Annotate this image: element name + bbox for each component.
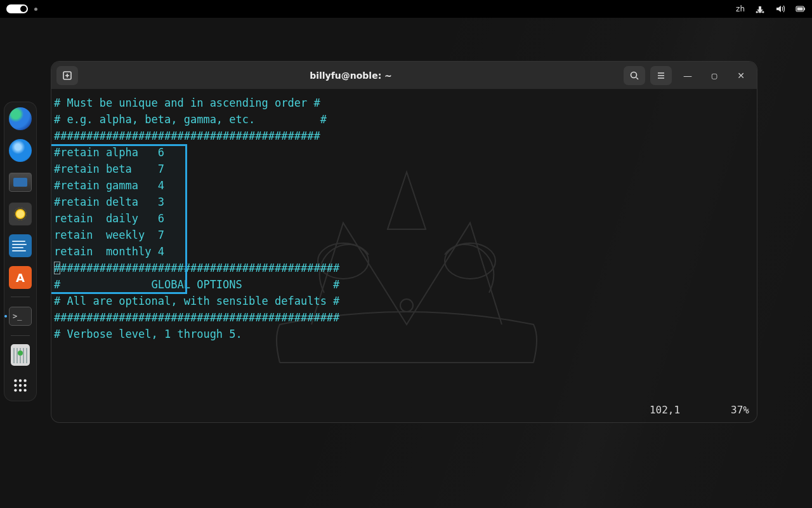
- terminal-line: retain weekly 7: [54, 227, 754, 243]
- dock-separator: [11, 297, 30, 297]
- svg-point-13: [19, 389, 22, 391]
- hamburger-menu-button[interactable]: [650, 66, 672, 85]
- activities-pill[interactable]: [6, 4, 28, 13]
- terminal-line: # Must be unique and in ascending order …: [54, 95, 754, 111]
- new-tab-button[interactable]: [56, 66, 78, 85]
- dock-app-rhythmbox[interactable]: [8, 201, 33, 227]
- terminal-window: billyfu@noble: ~ — ▢ ✕ # Must be unique …: [51, 61, 757, 423]
- terminal-line: ########################################…: [54, 309, 754, 326]
- terminal-line: # GLOBAL OPTIONS #: [54, 276, 754, 293]
- dock-app-edge[interactable]: [8, 106, 33, 131]
- vim-status-bar: 102,1 37%: [650, 402, 749, 418]
- network-icon[interactable]: [755, 4, 765, 14]
- svg-rect-4: [797, 8, 803, 11]
- svg-point-7: [19, 379, 22, 382]
- dock-app-files[interactable]: [8, 170, 33, 195]
- svg-point-6: [14, 379, 16, 382]
- terminal-title: billyfu@noble: ~: [83, 70, 619, 81]
- svg-point-10: [19, 384, 22, 387]
- top-bar: zh: [0, 0, 812, 18]
- terminal-line: # Verbose level, 1 through 5.: [54, 326, 754, 342]
- workspace-dot[interactable]: [34, 8, 37, 11]
- terminal-line: ########################################…: [54, 128, 754, 144]
- dock-app-libreoffice-writer[interactable]: [8, 233, 33, 258]
- terminal-line: retain monthly 4: [54, 243, 754, 260]
- svg-rect-5: [804, 8, 806, 10]
- dock: [4, 102, 37, 401]
- terminal-line: retain daily 6: [54, 210, 754, 227]
- svg-point-9: [14, 384, 16, 387]
- terminal-body[interactable]: # Must be unique and in ascending order …: [51, 90, 757, 422]
- volume-icon[interactable]: [775, 4, 785, 14]
- svg-point-14: [23, 389, 26, 391]
- svg-point-16: [631, 72, 637, 77]
- vim-cursor-position: 102,1: [650, 402, 680, 418]
- terminal-titlebar[interactable]: billyfu@noble: ~ — ▢ ✕: [51, 62, 757, 90]
- vim-scroll-percent: 37%: [731, 402, 749, 418]
- window-close-button[interactable]: ✕: [730, 70, 752, 81]
- dock-app-terminal[interactable]: [8, 304, 33, 329]
- terminal-line: ########################################…: [54, 260, 754, 276]
- dock-app-thunderbird[interactable]: [8, 138, 33, 163]
- terminal-line: #retain delta 3: [54, 194, 754, 210]
- window-minimize-button[interactable]: —: [677, 70, 698, 81]
- dock-separator: [11, 335, 30, 336]
- terminal-line: # All are optional, with sensible defaul…: [54, 293, 754, 309]
- dock-show-apps[interactable]: [9, 374, 32, 397]
- terminal-line: #retain alpha 6: [54, 144, 754, 161]
- dock-running-indicator: [4, 315, 7, 318]
- svg-point-12: [14, 389, 16, 391]
- terminal-line: #retain gamma 4: [54, 177, 754, 194]
- battery-icon[interactable]: [796, 4, 806, 14]
- terminal-line: # e.g. alpha, beta, gamma, etc. #: [54, 111, 754, 128]
- svg-point-8: [23, 379, 26, 382]
- dock-trash[interactable]: [8, 342, 33, 368]
- terminal-line: #retain beta 7: [54, 161, 754, 177]
- window-maximize-button[interactable]: ▢: [704, 70, 725, 81]
- dock-app-software-store[interactable]: [8, 265, 33, 290]
- search-button[interactable]: [624, 66, 645, 85]
- svg-point-11: [23, 384, 26, 387]
- input-method-indicator[interactable]: zh: [736, 4, 745, 13]
